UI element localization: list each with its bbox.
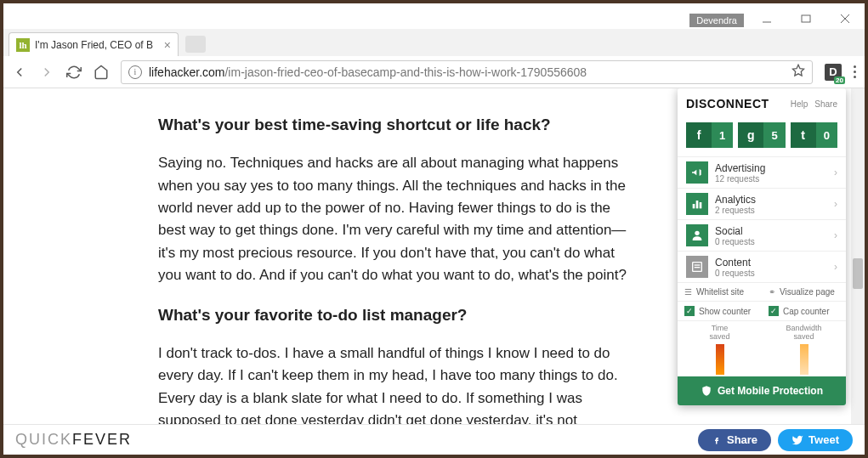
home-button[interactable]	[94, 65, 109, 80]
category-content[interactable]: Content0 requests ›	[678, 251, 846, 282]
disconnect-extension-icon[interactable]: D 20	[825, 64, 842, 81]
close-button[interactable]	[825, 8, 865, 29]
visualize-page-button[interactable]: ⚭Visualize page	[762, 283, 846, 301]
content-icon	[686, 256, 708, 278]
address-bar[interactable]: i lifehacker.com/im-jason-fried-ceo-of-b…	[121, 60, 813, 84]
svg-rect-1	[802, 15, 810, 22]
graph-icon: ⚭	[769, 287, 775, 297]
checkbox-icon: ✓	[769, 306, 779, 316]
tab-title: I'm Jason Fried, CEO of B	[35, 39, 159, 51]
tab-close-icon[interactable]: ×	[164, 38, 171, 52]
new-tab-button[interactable]	[185, 36, 206, 53]
disconnect-panel: DISCONNECT Help Share f1 g5 t0 Advertisi…	[678, 88, 846, 405]
reload-button[interactable]	[66, 65, 82, 80]
show-counter-toggle[interactable]: ✓Show counter	[678, 302, 762, 320]
twitter-icon: t	[791, 122, 816, 148]
time-saved-graph: Timesaved	[678, 325, 762, 376]
panel-brand: DISCONNECT	[686, 97, 784, 110]
svg-rect-6	[696, 201, 699, 208]
profile-badge[interactable]: Devendra	[689, 14, 744, 27]
bandwidth-saved-graph: Bandwidthsaved	[762, 325, 846, 376]
svg-marker-4	[792, 65, 803, 76]
svg-rect-5	[693, 204, 695, 208]
browser-tab[interactable]: lh I'm Jason Fried, CEO of B ×	[9, 32, 179, 56]
chart-icon	[686, 193, 708, 215]
article-heading: What's your favorite to-do list manager?	[158, 303, 633, 327]
favicon: lh	[16, 38, 30, 52]
site-logo: QUICKFEVER	[15, 431, 132, 449]
google-tracker[interactable]: g5	[738, 122, 785, 148]
minimize-button[interactable]	[747, 8, 786, 29]
svg-rect-7	[700, 202, 702, 208]
browser-menu-icon[interactable]	[854, 65, 856, 78]
bookmark-icon[interactable]	[791, 64, 805, 80]
chevron-right-icon: ›	[834, 167, 837, 178]
checkbox-icon: ✓	[684, 306, 695, 316]
scrollbar[interactable]	[851, 88, 865, 424]
megaphone-icon	[686, 161, 708, 184]
get-mobile-button[interactable]: Get Mobile Protection	[678, 376, 846, 405]
article-paragraph: Saying no. Techniques and hacks are all …	[158, 152, 633, 286]
chevron-right-icon: ›	[834, 229, 837, 241]
cap-counter-toggle[interactable]: ✓Cap counter	[762, 302, 846, 320]
chevron-right-icon: ›	[834, 198, 837, 210]
list-icon: ☰	[684, 287, 692, 297]
article-body: What's your best time-saving shortcut or…	[3, 88, 684, 455]
twitter-tweet-button[interactable]: Tweet	[778, 429, 853, 451]
facebook-share-button[interactable]: Share	[698, 429, 771, 451]
shield-icon	[701, 385, 712, 397]
facebook-icon: f	[686, 122, 712, 148]
share-link[interactable]: Share	[814, 99, 837, 109]
category-analytics[interactable]: Analytics2 requests ›	[678, 188, 846, 219]
svg-point-8	[695, 231, 699, 235]
whitelist-site-button[interactable]: ☰Whitelist site	[678, 283, 762, 301]
site-info-icon[interactable]: i	[128, 65, 142, 79]
scrollbar-thumb[interactable]	[853, 258, 863, 289]
facebook-tracker[interactable]: f1	[686, 122, 733, 148]
tab-strip: lh I'm Jason Fried, CEO of B ×	[3, 29, 865, 56]
person-icon	[686, 224, 708, 246]
article-heading: What's your best time-saving shortcut or…	[158, 112, 633, 137]
chevron-right-icon: ›	[834, 261, 837, 273]
back-button[interactable]	[12, 65, 27, 80]
maximize-button[interactable]	[786, 8, 825, 29]
category-advertising[interactable]: Advertising12 requests ›	[678, 156, 846, 188]
extension-badge: 20	[834, 76, 845, 84]
help-link[interactable]: Help	[791, 99, 808, 109]
category-social[interactable]: Social0 requests ›	[678, 219, 846, 251]
google-icon: g	[738, 122, 763, 148]
url-text: lifehacker.com/im-jason-fried-ceo-of-bas…	[149, 65, 786, 79]
forward-button[interactable]	[39, 65, 54, 80]
page-footer: QUICKFEVER Share Tweet	[3, 424, 865, 455]
twitter-tracker[interactable]: t0	[791, 122, 837, 148]
